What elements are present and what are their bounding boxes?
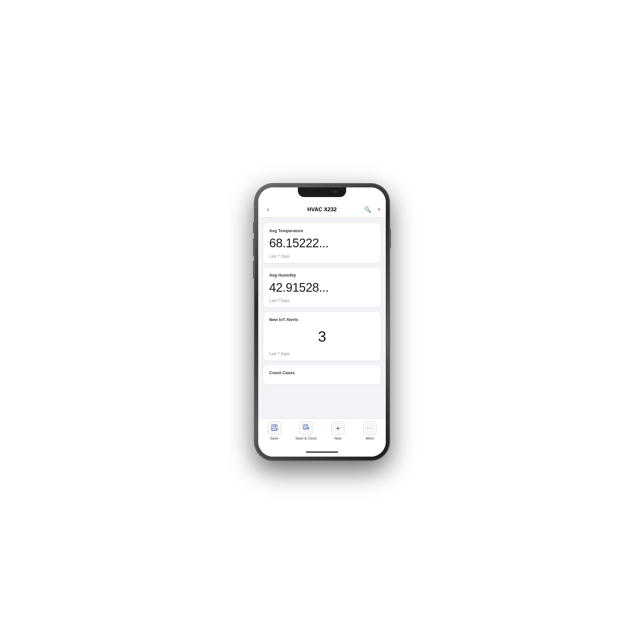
save-close-icon-wrap xyxy=(299,421,313,435)
more-button[interactable]: ··· More xyxy=(354,421,386,440)
camera xyxy=(334,190,337,194)
count-cases-label: Count Cases xyxy=(269,370,375,375)
avg-temperature-card: Avg Temperature 68.15222... Last 7 Days xyxy=(263,223,381,263)
more-label: More xyxy=(366,436,374,440)
save-close-label: Save & Close xyxy=(295,436,317,440)
back-button[interactable]: ‹ xyxy=(263,205,273,214)
bottom-toolbar: Save S xyxy=(258,419,386,448)
avg-humidity-value: 42.91528... xyxy=(269,281,375,295)
avg-humidity-period: Last 7 Days xyxy=(269,298,375,303)
save-close-icon xyxy=(303,424,310,433)
nav-bar: ‹ HVAC X232 🔍 + xyxy=(258,202,386,218)
avg-temperature-period: Last 7 Days xyxy=(269,254,375,259)
new-iot-alerts-value: 3 xyxy=(269,325,375,348)
volume-up-button xyxy=(253,238,254,256)
save-icon-wrap xyxy=(268,421,281,435)
avg-humidity-label: Avg Humidity xyxy=(269,273,375,278)
new-iot-alerts-label: New IoT Alerts xyxy=(269,317,375,322)
svg-rect-6 xyxy=(306,425,307,426)
phone-screen: ‹ HVAC X232 🔍 + Avg Temperature 68.15222… xyxy=(258,187,386,457)
more-icon-wrap: ··· xyxy=(363,421,377,435)
search-icon[interactable]: 🔍 xyxy=(364,206,371,213)
home-bar xyxy=(306,451,338,453)
svg-rect-7 xyxy=(304,427,307,429)
home-indicator xyxy=(258,448,386,457)
svg-rect-3 xyxy=(272,428,277,430)
count-cases-card: Count Cases xyxy=(263,365,381,384)
content-area: Avg Temperature 68.15222... Last 7 Days … xyxy=(258,218,386,419)
silent-button xyxy=(253,222,254,233)
nav-actions: 🔍 + xyxy=(364,206,381,213)
avg-temperature-label: Avg Temperature xyxy=(269,228,375,233)
phone-device: ‹ HVAC X232 🔍 + Avg Temperature 68.15222… xyxy=(254,184,390,460)
avg-humidity-card: Avg Humidity 42.91528... Last 7 Days xyxy=(263,268,381,308)
new-iot-alerts-period: Last 7 Days xyxy=(269,352,375,356)
volume-down-button xyxy=(253,261,254,279)
save-close-button[interactable]: Save & Close xyxy=(290,421,322,440)
new-label: New xyxy=(334,436,341,440)
new-icon: + xyxy=(336,424,340,433)
svg-rect-2 xyxy=(275,425,276,427)
save-icon xyxy=(271,424,278,433)
notch xyxy=(298,187,346,197)
new-button[interactable]: + New xyxy=(322,421,354,440)
page-title: HVAC X232 xyxy=(307,206,336,213)
save-label: Save xyxy=(270,436,278,440)
add-icon[interactable]: + xyxy=(377,206,381,213)
save-button[interactable]: Save xyxy=(258,421,290,440)
avg-temperature-value: 68.15222... xyxy=(269,236,375,250)
new-iot-alerts-card: New IoT Alerts 3 Last 7 Days xyxy=(263,312,381,361)
power-button xyxy=(390,229,391,248)
new-icon-wrap: + xyxy=(331,421,345,435)
more-icon: ··· xyxy=(367,425,373,431)
